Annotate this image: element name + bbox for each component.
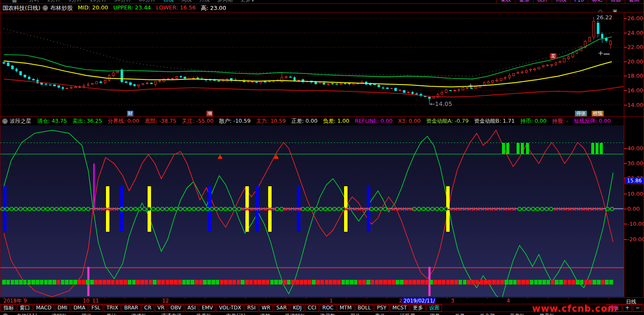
tab-KDJ[interactable]: KDJ — [290, 304, 304, 312]
menu-item-月线[interactable]: 月线 — [199, 0, 209, 3]
menu-item-多周期[interactable]: 多周期 — [217, 0, 233, 3]
study-value[interactable]: UPPER: 23.44 — [113, 4, 151, 12]
time-axis-tick[interactable] — [124, 298, 125, 299]
quote-column-涨停数[interactable]: 涨停数 — [320, 312, 336, 315]
indicator-axis-tick[interactable]: 0.00 — [627, 206, 640, 212]
indicator-name[interactable]: 波段之星 — [10, 118, 31, 125]
time-axis-tick[interactable] — [346, 298, 347, 299]
toolbar-button-标记[interactable]: 标记 — [588, 0, 606, 3]
time-axis-tick[interactable] — [528, 298, 528, 299]
tab-DMI[interactable]: DMI — [55, 304, 70, 312]
quote-column-卖价[interactable]: 卖价 — [375, 312, 385, 315]
quote-column-买价[interactable]: 买价 — [350, 312, 360, 315]
tab-BOLL[interactable]: BOLL — [355, 304, 374, 312]
axis-tick-dash[interactable] — [624, 194, 627, 194]
axis-tick-dash[interactable] — [624, 76, 627, 76]
toolbar-button-画线[interactable]: 画线 — [552, 0, 570, 3]
tab-设置[interactable]: 设置 — [426, 304, 442, 312]
quote-column-涨胜[interactable]: 涨胜 — [260, 312, 270, 315]
tab-CCI[interactable]: CCI — [305, 304, 319, 312]
menu-item-15分钟[interactable]: 15分钟 — [90, 0, 106, 3]
corner-badge-榜预[interactable]: 榜预 — [592, 111, 604, 116]
time-axis-tick[interactable] — [306, 298, 306, 299]
time-axis-tick[interactable] — [326, 298, 327, 299]
tab-SAR[interactable]: SAR — [274, 304, 289, 312]
study-value[interactable]: 高: 23.00 — [201, 4, 226, 12]
tab-WR[interactable]: WR — [259, 304, 273, 312]
time-axis-tick[interactable] — [185, 298, 185, 299]
quote-column-量比[interactable]: 量比 — [106, 312, 117, 315]
indicator-stat[interactable]: REFLINE: 0.00 — [355, 118, 393, 125]
axis-tick-dash[interactable] — [624, 224, 627, 224]
axis-tick-dash[interactable] — [624, 163, 627, 164]
corner-badge-停张[interactable]: 停张 — [575, 111, 587, 116]
indicator-stat[interactable]: 短线反弹: 0.00 — [574, 118, 611, 125]
indicator-axis-tick[interactable]: 10.00 — [627, 191, 643, 197]
tab-更多[interactable]: 更多 — [410, 304, 426, 312]
indicator-stat[interactable]: 卖出: 36.25 — [73, 118, 102, 125]
tab-VOL-TDX[interactable]: VOL-TDX — [216, 304, 244, 312]
toolbar-button-统计[interactable]: 统计 — [533, 0, 552, 3]
tab-ROC[interactable]: ROC — [320, 304, 336, 312]
toolbar-button-返回[interactable]: 返回 — [625, 0, 643, 3]
time-axis-tick[interactable] — [588, 298, 589, 299]
time-axis-tick[interactable] — [387, 298, 387, 299]
time-axis-tick[interactable] — [608, 298, 609, 299]
toolbar-button-F10[interactable]: F10 — [570, 0, 588, 3]
main-axis-tick[interactable]: 14.00 — [627, 103, 643, 108]
grid-icon[interactable]: ▦ — [12, 0, 17, 3]
indicator-stat[interactable]: 分界线: 0.00 — [108, 118, 139, 125]
collapse-icon[interactable]: ⌄ — [3, 313, 8, 315]
menu-item-分时[interactable]: 分时 — [29, 0, 39, 3]
quote-column-流通市值[interactable]: 流通市值 — [161, 312, 181, 315]
time-axis-tick[interactable] — [104, 298, 105, 299]
indicator-stat[interactable]: 关注: -55.00 — [182, 118, 213, 125]
quote-column-开盘%[interactable]: 开盘% — [510, 312, 525, 315]
indicator-axis-tick[interactable]: -10.00 — [627, 221, 644, 227]
study-value[interactable]: LOWER: 16.56 — [156, 4, 196, 12]
time-axis-tick[interactable] — [366, 298, 367, 299]
tab-PSY[interactable]: PSY — [374, 304, 389, 312]
tab-RSI[interactable]: RSI — [245, 304, 258, 312]
quote-column-现价[interactable]: 现价 — [82, 312, 92, 315]
main-axis-tick[interactable]: 22.00 — [627, 45, 643, 50]
toolbar-button-复权[interactable]: 复权 — [496, 0, 515, 3]
time-axis-label[interactable]: 2 — [399, 298, 402, 303]
indicator-axis-tick[interactable]: 30.00 — [627, 161, 643, 166]
main-axis-tick[interactable]: 26.00 — [627, 16, 643, 21]
collapse-icon[interactable]: ⌄ — [42, 5, 48, 11]
main-axis-tick[interactable]: 18.00 — [627, 73, 643, 79]
time-axis-tick[interactable] — [44, 298, 44, 299]
date-cursor-badge[interactable]: 2019/02/11/— — [402, 298, 436, 304]
time-axis-tick[interactable] — [205, 298, 206, 299]
time-axis-tick[interactable] — [225, 298, 226, 299]
time-axis-label[interactable]: 10 — [83, 298, 89, 303]
indicator-stat[interactable]: 主力: 10.59 — [256, 118, 286, 125]
quote-column-名称(11)[interactable]: 名称(11) — [16, 312, 37, 315]
tab-MACD[interactable]: MACD — [33, 304, 54, 312]
menu-item-周线[interactable]: 周线 — [181, 0, 191, 3]
main-axis-tick[interactable]: 24.00 — [627, 30, 643, 36]
time-axis-tick[interactable] — [266, 298, 266, 299]
time-axis-tick[interactable] — [245, 298, 246, 299]
axis-tick-dash[interactable] — [624, 33, 627, 33]
indicator-stat[interactable]: 资金动能A: -0.79 — [426, 118, 469, 125]
time-axis-label[interactable]: 12 — [162, 298, 169, 303]
indicator-stat[interactable]: 清仓: 43.75 — [37, 118, 67, 125]
toolbar-button-叠加[interactable]: 叠加 — [515, 0, 533, 3]
tab-right-−[interactable]: − — [633, 304, 642, 312]
tab-TRIX[interactable]: TRIX — [104, 304, 121, 312]
tab-VR[interactable]: VR — [155, 304, 167, 312]
indicator-stat[interactable]: X3: 0.00 — [398, 118, 421, 125]
axis-tick-dash[interactable] — [624, 90, 627, 91]
quote-column-换手%[interactable]: 换手% — [196, 312, 211, 315]
time-axis-tick[interactable] — [64, 298, 64, 299]
time-axis-tick[interactable] — [548, 298, 548, 299]
time-axis-label[interactable]: 3 — [451, 298, 454, 303]
axis-tick-dash[interactable] — [624, 239, 627, 240]
tab-BRAR[interactable]: BRAR — [121, 304, 141, 312]
time-axis-tick[interactable] — [568, 298, 568, 299]
time-axis-label[interactable]: 9 — [24, 298, 27, 303]
indicator-stat[interactable]: 持股: - — [552, 118, 568, 125]
axis-tick-dash[interactable] — [624, 148, 627, 149]
